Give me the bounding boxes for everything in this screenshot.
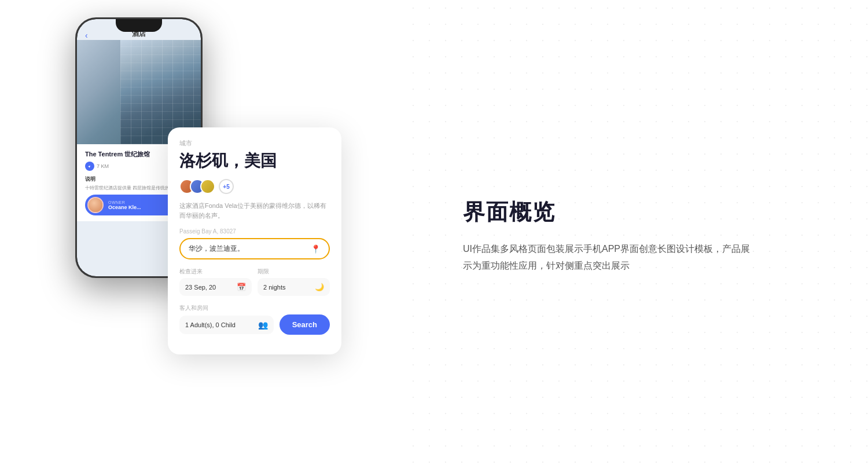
city-label: 城市 [179,139,330,148]
city-name: 洛杉矶，美国 [179,150,330,172]
guests-value: 1 Adult(s), 0 Child [185,321,236,328]
guests-icon: 👥 [258,320,268,330]
avatar-3 [200,179,215,194]
search-button[interactable]: Search [279,314,330,335]
booking-overlay-card: 城市 洛杉矶，美国 +5 这家酒店Fonda Vela位于美丽的蒙得维尔德，以稀… [168,127,341,354]
avatar-count: +5 [219,179,234,194]
phone-notch [116,19,162,32]
check-in-input[interactable]: 23 Sep, 20 📅 [179,278,252,296]
navigation-icon [85,162,94,171]
location-pin-icon: 📍 [311,244,321,254]
page-heading: 界面概览 [463,197,822,227]
page-description: UI作品集多风格页面包装展示手机APP界面创意长图设计模板，产品展示为重功能性应… [463,241,752,275]
location-input-text: 华沙，波兰迪亚。 [189,244,306,254]
check-in-value: 23 Sep, 20 [185,284,216,291]
guests-label: 客人和房间 [179,304,330,312]
location-input[interactable]: 华沙，波兰迪亚。 📍 [179,238,330,259]
address-row: Passeig Bay A, 83027 [179,228,330,235]
left-section: ‹ 酒店 The Tentrem 世纪旅馆 7 KM 说明 十特雷世纪酒店提供量… [0,0,417,472]
avatar-stack [179,179,211,194]
guests-input[interactable]: 1 Adult(s), 0 Child 👥 [179,316,274,334]
date-nights-grid: 检查进来 23 Sep, 20 📅 期限 2 nights 🌙 [179,268,330,296]
right-section: 界面概览 UI作品集多风格页面包装展示手机APP界面创意长图设计模板，产品展示为… [417,197,868,275]
card-description: 这家酒店Fonda Vela位于美丽的蒙得维尔德，以稀有而华丽的名声。 [179,201,330,220]
distance-text: 7 KM [97,163,109,169]
nights-input[interactable]: 2 nights 🌙 [258,278,330,296]
check-in-label: 检查进来 [179,268,252,276]
guests-search-row: 1 Adult(s), 0 Child 👥 Search [179,314,330,335]
check-in-field: 检查进来 23 Sep, 20 📅 [179,268,252,296]
moon-icon: 🌙 [315,283,324,291]
nights-value: 2 nights [263,284,286,291]
guests-section: 客人和房间 1 Adult(s), 0 Child 👥 Search [179,304,330,335]
phone-back-button[interactable]: ‹ [85,31,88,40]
avatars-row: +5 [179,179,330,194]
owner-avatar [87,197,104,213]
calendar-icon: 📅 [237,283,246,291]
nights-label: 期限 [258,268,330,276]
nights-field: 期限 2 nights 🌙 [258,268,330,296]
owner-avatar-image [89,198,102,212]
